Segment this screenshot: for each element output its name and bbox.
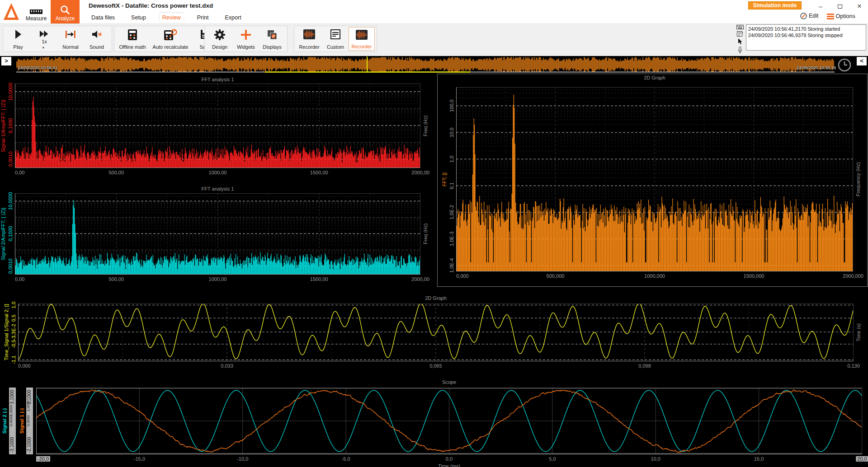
speed-button[interactable]: 1x▼ xyxy=(31,27,57,51)
x-tick-label: 0,033 xyxy=(221,363,233,369)
x-tick-label: 1000,00 xyxy=(209,276,227,282)
waveform-icon xyxy=(303,29,316,40)
dropdown-caret-icon: ▼ xyxy=(42,46,45,49)
x-tick-label: 15,0 xyxy=(754,456,764,462)
fftcross-plot-area[interactable] xyxy=(456,87,853,271)
step-to-end-icon xyxy=(65,29,76,40)
y-axis-label: Signal 2/AmplFFT; [ (Z)] xyxy=(0,193,7,275)
menu-setup[interactable]: Setup xyxy=(128,13,149,22)
x-tick-label: 2000,00 xyxy=(411,276,429,282)
menu-print[interactable]: Print xyxy=(194,13,212,22)
widgets-button[interactable]: Widgets xyxy=(233,27,259,51)
design-button[interactable]: Design xyxy=(207,27,233,51)
custom-display-icon xyxy=(330,29,341,40)
edit-pencil-icon xyxy=(800,13,807,19)
fft2-plot-area[interactable] xyxy=(15,193,420,275)
event-log[interactable]: 24/09/2020 10:56:41,2170 Storing started… xyxy=(746,24,866,51)
keyboard-icon[interactable] xyxy=(736,25,744,29)
log-entry: 24/09/2020 10:56:41,2170 Storing started xyxy=(748,26,864,32)
x-tick-label: 1500,00 xyxy=(310,170,328,175)
toolbar-group-design: Design Widgets Displays xyxy=(204,26,288,52)
x-tick-label: 20,0 xyxy=(856,456,868,462)
close-button[interactable]: × xyxy=(853,2,866,11)
clock-icon[interactable] xyxy=(837,57,852,73)
scope-axis-strip: 2,10001,00000,0000-2,1000 xyxy=(26,388,33,454)
cursor-icon[interactable] xyxy=(737,38,743,45)
microphone-icon[interactable] xyxy=(738,47,742,53)
x-tick-label: 1000,00 xyxy=(209,170,227,175)
scope-axis-strip: 3,10001,00000,0000-3,1000 xyxy=(9,388,16,454)
overview-waveform[interactable] xyxy=(16,56,835,74)
auto-recalculate-button[interactable]: Auto recalculate xyxy=(149,27,192,51)
plus-icon xyxy=(240,29,252,41)
fft-analysis-1-signal1-panel[interactable]: FFT analysis 110,00000,10000,0010Signal … xyxy=(0,76,435,184)
normal-replay-button[interactable]: Normal xyxy=(57,27,84,51)
recorder-display-button[interactable]: Recorder xyxy=(296,27,322,51)
y-tick-label: 1,0E-4 xyxy=(449,250,455,281)
time-2d-plot-area[interactable] xyxy=(18,304,854,361)
offline-math-button[interactable]: Offline math xyxy=(116,27,149,51)
toolbar-group-playback: Play 1x▼ Normal Sound xyxy=(3,26,112,52)
fft-analysis-1-signal2-panel[interactable]: FFT analysis 110,00000,10000,0010Signal … xyxy=(0,185,435,293)
custom-display-button[interactable]: Custom xyxy=(322,27,349,51)
scope-tick-label: 0,0000 xyxy=(26,410,33,432)
plot-title: 2D Graph xyxy=(456,75,853,80)
scope-x-axis-label: Time (ms) xyxy=(36,463,862,467)
scope-tick-label: 0,0000 xyxy=(9,410,16,432)
menu-export[interactable]: Export xyxy=(222,13,244,22)
maximize-icon xyxy=(838,5,842,9)
y-tick-label: 10,0000 xyxy=(8,76,14,107)
strip-expand-button[interactable]: > xyxy=(1,57,11,65)
x-tick-label: 2000,000 xyxy=(843,273,863,279)
log-entry: 24/09/2020 10:56:46,9379 Storing stopped xyxy=(748,32,864,38)
options-button[interactable]: Options xyxy=(827,13,855,19)
recorder-widget-button[interactable]: Recorder xyxy=(349,27,375,51)
plot-title: Scope xyxy=(36,379,862,385)
minimize-button[interactable]: – xyxy=(814,2,827,11)
analyze-mode-button[interactable]: Analyze xyxy=(51,0,80,23)
cross-power-2d-graph-panel[interactable]: 2D Graph100,010,01,00,11,0E-21,0E-31,0E-… xyxy=(437,74,868,287)
x-tick-label: 0,000 xyxy=(456,273,469,279)
x-tick-label: 2000,00 xyxy=(411,170,429,175)
x-tick-label: 0,098 xyxy=(638,363,651,369)
sound-button[interactable]: Sound xyxy=(84,27,110,51)
right-axis-unit-label: Freq (Hz) xyxy=(423,193,429,275)
scope-plot-area[interactable] xyxy=(36,388,862,454)
x-tick-label: 500,00 xyxy=(108,170,124,175)
x-tick-label: 0,00 xyxy=(15,170,24,175)
y-tick-label: 0,0010 xyxy=(8,250,14,282)
x-tick-label: -10,0 xyxy=(237,456,248,462)
maximize-button[interactable] xyxy=(833,2,847,11)
title-bar: Measure Analyze DewesoftX - Datafile: Cr… xyxy=(0,0,868,23)
y-tick-label: 0,1000 xyxy=(8,218,14,249)
time-2d-graph-panel[interactable]: 2D Graph1,00,5-3,3E-2-0,5-1,1Time_Signal… xyxy=(0,294,868,372)
play-icon xyxy=(14,29,23,40)
scope-signal-label: Signal 1 (-) xyxy=(19,388,26,454)
y-tick-label: 10,0000 xyxy=(8,185,14,217)
strip-collapse-button[interactable]: < xyxy=(857,57,867,65)
window-title: DewesoftX - Datafile: Cross power test.d… xyxy=(89,2,213,9)
displays-icon xyxy=(266,29,278,41)
menu-data-files[interactable]: Data files xyxy=(89,13,118,22)
measure-mode-button[interactable]: Measure xyxy=(24,0,49,23)
x-tick-label: 0,000 xyxy=(18,363,31,369)
right-axis-unit-label: Freq (Hz) xyxy=(423,84,429,168)
menu-review[interactable]: Review xyxy=(160,13,184,22)
dewesoft-logo xyxy=(3,2,20,22)
plot-title: FFT analysis 1 xyxy=(15,77,420,82)
plot-title: FFT analysis 1 xyxy=(15,186,420,191)
analyze-label: Analyze xyxy=(56,15,75,22)
x-tick-label: -5,0 xyxy=(342,456,350,462)
x-tick-label: 0,065 xyxy=(429,363,442,369)
displays-button[interactable]: Displays xyxy=(259,27,285,51)
fft1-plot-area[interactable] xyxy=(15,84,420,168)
measure-label: Measure xyxy=(26,15,47,22)
fast-forward-icon xyxy=(38,29,50,39)
x-tick-label: -15,0 xyxy=(134,456,145,462)
play-button[interactable]: Play xyxy=(5,27,31,51)
notes-icon[interactable] xyxy=(737,31,743,37)
scope-panel[interactable]: ScopeSignal 2 (-)3,10001,00000,0000-3,10… xyxy=(0,378,868,467)
strip-end-time: 24/09/2020 10:56:46 xyxy=(797,65,836,70)
hamburger-icon xyxy=(827,14,834,19)
edit-button[interactable]: Edit xyxy=(800,13,819,19)
